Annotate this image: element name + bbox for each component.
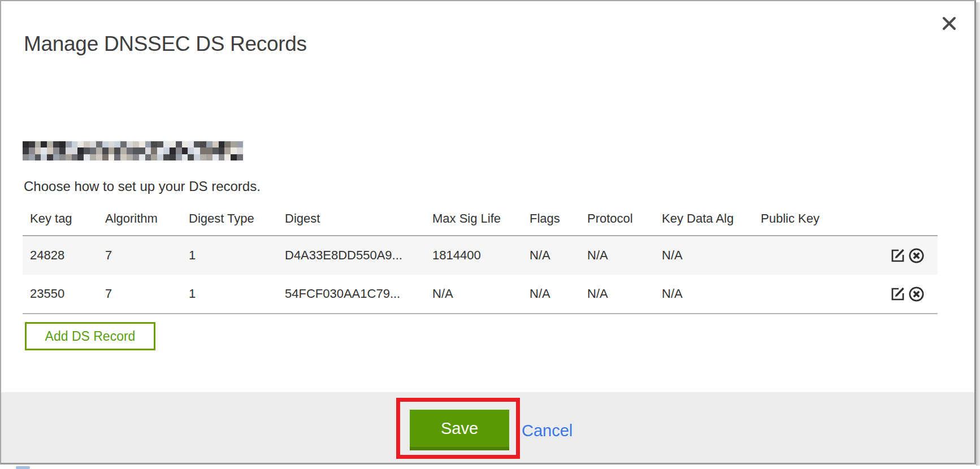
- row-actions: [889, 285, 938, 303]
- cell-key-data-alg: N/A: [662, 286, 761, 301]
- column-header-flags: Flags: [530, 211, 587, 226]
- ds-records-table: Key tag Algorithm Digest Type Digest Max…: [23, 202, 938, 314]
- cell-protocol: N/A: [587, 248, 662, 263]
- column-header-max-sig-life: Max Sig Life: [432, 211, 530, 226]
- cell-algorithm: 7: [105, 248, 189, 263]
- column-header-algorithm: Algorithm: [105, 211, 189, 226]
- background-page-peek: [16, 466, 30, 469]
- cell-flags: N/A: [530, 286, 587, 301]
- column-header-protocol: Protocol: [587, 211, 662, 226]
- cell-key-tag: 23550: [30, 286, 105, 301]
- delete-record-icon[interactable]: [908, 247, 925, 264]
- ds-records-rows: 24828 7 1 D4A33E8DD550A9... 1814400 N/A …: [23, 235, 938, 314]
- row-actions: [889, 247, 938, 264]
- page-title: Manage DNSSEC DS Records: [24, 32, 307, 56]
- cell-flags: N/A: [530, 248, 587, 263]
- modal-drop-shadow: [976, 2, 980, 466]
- column-header-key-tag: Key tag: [30, 211, 105, 226]
- dnssec-ds-records-dialog: Manage DNSSEC DS Records Choose how to s…: [0, 0, 980, 469]
- cell-digest-type: 1: [189, 286, 285, 301]
- column-header-digest-type: Digest Type: [189, 211, 285, 226]
- cell-digest-type: 1: [189, 248, 285, 263]
- cell-algorithm: 7: [105, 286, 189, 301]
- delete-record-icon[interactable]: [908, 285, 925, 303]
- cell-protocol: N/A: [587, 286, 662, 301]
- column-header-public-key: Public Key: [761, 211, 889, 226]
- cell-max-sig-life: N/A: [432, 286, 530, 301]
- page-behind-modal: [0, 464, 976, 469]
- edit-record-icon[interactable]: [889, 285, 907, 303]
- table-header-row: Key tag Algorithm Digest Type Digest Max…: [23, 202, 938, 235]
- cell-key-data-alg: N/A: [662, 248, 761, 263]
- dialog-window: Manage DNSSEC DS Records Choose how to s…: [0, 0, 976, 464]
- table-row: 24828 7 1 D4A33E8DD550A9... 1814400 N/A …: [23, 235, 938, 275]
- column-header-digest: Digest: [285, 211, 432, 226]
- column-header-key-data-alg: Key Data Alg: [662, 211, 761, 226]
- instruction-text: Choose how to set up your DS records.: [24, 179, 261, 194]
- cancel-link[interactable]: Cancel: [522, 422, 573, 440]
- close-button[interactable]: [936, 11, 962, 37]
- save-button[interactable]: Save: [410, 410, 509, 450]
- edit-record-icon[interactable]: [889, 247, 907, 264]
- close-icon: [942, 16, 957, 33]
- add-ds-record-button[interactable]: Add DS Record: [25, 322, 155, 350]
- cell-digest: D4A33E8DD550A9...: [285, 248, 432, 263]
- cell-digest: 54FCF030AA1C79...: [285, 286, 432, 301]
- redacted-domain-name: [23, 141, 243, 160]
- cell-max-sig-life: 1814400: [432, 248, 530, 263]
- cell-key-tag: 24828: [30, 248, 105, 263]
- table-row: 23550 7 1 54FCF030AA1C79... N/A N/A N/A …: [23, 275, 938, 314]
